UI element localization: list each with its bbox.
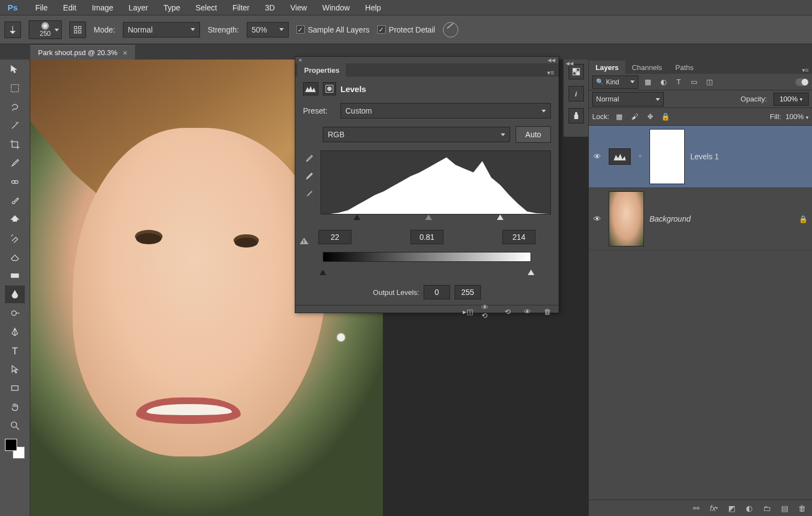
brush-tool[interactable] [5, 192, 25, 209]
new-group-icon[interactable]: 🗀 [761, 503, 772, 514]
lock-pixels-icon[interactable]: 🖌 [629, 111, 640, 122]
color-swatches[interactable] [5, 439, 25, 459]
input-white-field[interactable] [502, 230, 535, 244]
opacity-field[interactable]: 100%▾ [773, 93, 809, 106]
reset-icon[interactable]: ⟲ [501, 305, 513, 318]
magic-wand-tool[interactable] [5, 117, 25, 135]
blur-tool[interactable] [5, 286, 25, 303]
black-point-eyedropper[interactable] [303, 153, 315, 165]
toggle-visibility-icon[interactable]: 👁 [521, 305, 533, 318]
type-tool[interactable] [5, 342, 25, 359]
menu-view[interactable]: View [283, 0, 315, 15]
info-panel-icon[interactable]: i [569, 86, 584, 101]
panel-menu-icon[interactable]: ▾≡ [547, 69, 554, 77]
histogram[interactable] [321, 150, 551, 214]
tab-properties[interactable]: Properties [297, 63, 346, 77]
menu-type[interactable]: Type [156, 0, 188, 15]
levels-adjustment-icon[interactable] [609, 148, 631, 165]
clip-warning-icon[interactable] [300, 238, 308, 244]
new-layer-icon[interactable]: ▤ [779, 503, 790, 514]
close-icon[interactable]: × [299, 57, 302, 63]
expand-dock-icon[interactable]: ◀◀ [566, 61, 573, 66]
brush-panel-icon[interactable] [569, 108, 584, 123]
menu-edit[interactable]: Edit [56, 0, 84, 15]
eraser-tool[interactable] [5, 248, 25, 266]
tablet-pressure-icon[interactable] [443, 22, 458, 37]
menu-file[interactable]: File [28, 0, 56, 15]
output-white-field[interactable] [454, 285, 481, 299]
layer-name[interactable]: Background [649, 214, 691, 223]
menu-window[interactable]: Window [315, 0, 358, 15]
layer-row-background[interactable]: 👁 Background 🔒 [589, 188, 812, 250]
brush-panel-toggle[interactable] [69, 22, 86, 38]
close-icon[interactable]: × [123, 49, 127, 57]
layer-mask-thumb[interactable] [649, 129, 685, 184]
lock-transparency-icon[interactable]: ▦ [614, 111, 625, 122]
layer-name[interactable]: Levels 1 [690, 152, 719, 161]
blend-mode-select[interactable]: Normal [123, 22, 200, 37]
foreground-color-swatch[interactable] [5, 439, 17, 451]
add-mask-icon[interactable]: ◩ [726, 503, 737, 514]
lasso-tool[interactable] [5, 98, 25, 116]
brush-preset-picker[interactable]: 250 [29, 20, 62, 39]
filter-adjustment-icon[interactable]: ◐ [657, 76, 669, 88]
visibility-eye-icon[interactable]: 👁 [593, 152, 603, 161]
new-adjustment-icon[interactable]: ◐ [744, 503, 755, 514]
dodge-tool[interactable] [5, 304, 25, 322]
tool-preset-picker[interactable] [4, 22, 21, 38]
layer-row-levels[interactable]: 👁 Levels 1 [589, 126, 812, 188]
history-brush-tool[interactable] [5, 229, 25, 247]
white-point-eyedropper[interactable] [303, 188, 315, 200]
clone-stamp-tool[interactable] [5, 211, 25, 228]
output-highlight-handle[interactable] [528, 270, 534, 275]
auto-button[interactable]: Auto [516, 126, 551, 143]
input-black-field[interactable] [318, 230, 351, 244]
menu-layer[interactable]: Layer [121, 0, 156, 15]
sample-all-layers-checkbox[interactable]: Sample All Layers [296, 25, 370, 34]
channel-select[interactable]: RGB [323, 127, 510, 142]
collapse-dock-icon[interactable]: ◀◀ [548, 57, 555, 63]
layer-style-icon[interactable]: fx▾ [708, 503, 719, 514]
tab-paths[interactable]: Paths [669, 61, 700, 74]
delete-adjustment-icon[interactable]: 🗑 [541, 305, 553, 318]
menu-select[interactable]: Select [188, 0, 225, 15]
output-shadow-handle[interactable] [320, 270, 326, 275]
gray-point-eyedropper[interactable] [303, 170, 315, 182]
crop-tool[interactable] [5, 136, 25, 153]
midtone-slider-handle[interactable] [425, 214, 432, 220]
filter-shape-icon[interactable]: ▭ [688, 76, 700, 88]
hand-tool[interactable] [5, 398, 25, 416]
output-black-field[interactable] [424, 285, 450, 299]
filter-toggle-switch[interactable] [795, 78, 809, 86]
input-gamma-field[interactable] [410, 230, 443, 244]
filter-smartobject-icon[interactable]: ◫ [703, 76, 716, 88]
marquee-tool[interactable] [5, 79, 25, 97]
panel-menu-icon[interactable]: ▾≡ [802, 67, 809, 74]
menu-image[interactable]: Image [84, 0, 121, 15]
strength-select[interactable]: 50% [247, 22, 289, 37]
mask-mode-icon[interactable] [323, 82, 336, 95]
filter-type-icon[interactable]: T [673, 76, 685, 88]
zoom-tool[interactable] [5, 417, 25, 434]
move-tool[interactable] [5, 61, 25, 78]
delete-layer-icon[interactable]: 🗑 [797, 503, 808, 514]
menu-help[interactable]: Help [358, 0, 389, 15]
lock-all-icon[interactable]: 🔒 [660, 111, 671, 122]
layer-thumb[interactable] [609, 191, 644, 246]
lock-position-icon[interactable]: ✥ [645, 111, 656, 122]
tab-layers[interactable]: Layers [589, 61, 625, 74]
gradient-tool[interactable] [5, 267, 25, 284]
clip-to-layer-icon[interactable]: ▸◫ [462, 305, 474, 318]
link-mask-icon[interactable] [636, 152, 644, 162]
preset-select[interactable]: Custom [340, 103, 551, 119]
visibility-eye-icon[interactable]: 👁 [593, 214, 603, 223]
previous-state-icon[interactable]: 👁⟲ [481, 305, 494, 318]
eyedropper-tool[interactable] [5, 154, 25, 172]
tab-channels[interactable]: Channels [625, 61, 669, 74]
fill-field[interactable]: 100%▾ [786, 112, 809, 121]
healing-brush-tool[interactable] [5, 173, 25, 191]
filter-kind-select[interactable]: 🔍 Kind [592, 76, 638, 89]
link-layers-icon[interactable]: ⚯ [691, 503, 702, 514]
document-tab[interactable]: Park shoot.psd @ 20.3% × [30, 45, 135, 60]
path-select-tool[interactable] [5, 361, 25, 378]
